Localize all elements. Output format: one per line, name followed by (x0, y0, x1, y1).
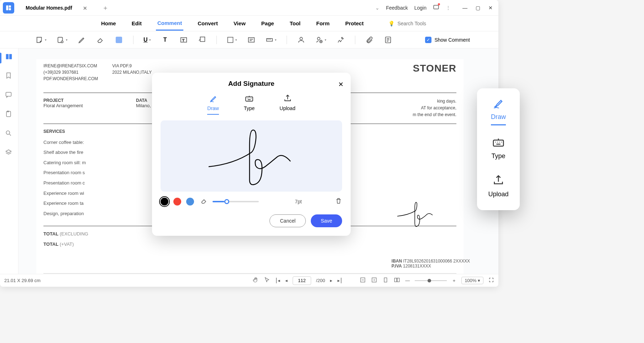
callout-tool[interactable] (198, 36, 206, 44)
stamp-person-tool[interactable] (297, 36, 305, 44)
svg-rect-26 (397, 278, 399, 282)
tab-draw[interactable]: Draw (207, 94, 219, 115)
zoom-out-icon[interactable]: — (405, 278, 410, 283)
cancel-button[interactable]: Cancel (269, 214, 306, 227)
hand-tool-icon[interactable] (252, 277, 259, 284)
page-number-input[interactable] (293, 276, 311, 285)
bookmark-icon[interactable] (5, 72, 14, 80)
document-tab[interactable]: Modular Homes.pdf ✕ (19, 2, 95, 14)
float-draw[interactable]: Draw (491, 97, 506, 125)
next-page-icon[interactable]: ▸ (330, 278, 333, 283)
close-tab-icon[interactable]: ✕ (83, 5, 88, 10)
chevron-down-icon[interactable]: ⌄ (375, 5, 379, 11)
menu-tool[interactable]: Tool (288, 17, 302, 30)
delete-icon[interactable] (335, 197, 342, 206)
svg-rect-2 (9, 8, 11, 10)
single-page-icon[interactable] (382, 277, 389, 284)
fullscreen-icon[interactable] (488, 277, 494, 284)
stamp-tool[interactable] (247, 36, 256, 44)
menu-form[interactable]: Form (315, 17, 331, 30)
menu-edit[interactable]: Edit (130, 17, 143, 30)
first-page-icon[interactable]: ⎮◂ (275, 278, 280, 283)
menu-convert[interactable]: Convert (196, 17, 219, 30)
svg-rect-27 (246, 97, 253, 101)
divider (216, 36, 217, 44)
layers-icon[interactable] (5, 149, 14, 157)
minimize-button[interactable]: — (460, 3, 470, 13)
zoom-slider[interactable] (415, 280, 447, 281)
draw-icon (492, 97, 504, 109)
tab-upload[interactable]: Upload (279, 94, 295, 115)
fit-page-icon[interactable] (371, 277, 377, 284)
signature-canvas[interactable] (161, 120, 342, 192)
two-page-icon[interactable] (394, 277, 400, 284)
new-tab-button[interactable]: ＋ (102, 4, 109, 12)
add-stamp-tool[interactable]: ▾ (315, 36, 326, 44)
menu-home[interactable]: Home (100, 17, 117, 30)
pencil-tool[interactable] (78, 36, 86, 44)
close-window-button[interactable]: ✕ (486, 3, 496, 13)
text-tool[interactable]: T (161, 36, 169, 44)
divider (355, 36, 355, 44)
feedback-link[interactable]: Feedback (386, 5, 408, 11)
svg-rect-25 (394, 278, 397, 282)
menubar: Home Edit Comment Convert View Page Tool… (0, 16, 498, 31)
total-suffix: (+VAT) (60, 241, 74, 247)
app-logo-icon (3, 2, 14, 14)
note-list-tool[interactable] (384, 36, 392, 44)
svg-rect-11 (266, 38, 272, 41)
float-upload[interactable]: Upload (488, 174, 508, 202)
menu-page[interactable]: Page (260, 17, 276, 30)
search-panel-icon[interactable] (5, 130, 14, 138)
note-tool[interactable]: ▾ (36, 36, 47, 44)
menu-comment[interactable]: Comment (156, 16, 183, 31)
divider (133, 36, 133, 44)
login-link[interactable]: Login (414, 5, 426, 11)
iban-label: IBAN (392, 259, 402, 264)
color-red[interactable] (173, 198, 181, 206)
titlebar: Modular Homes.pdf ✕ ＋ ⌄ Feedback Login ⋮… (0, 0, 498, 16)
attachment-tool[interactable] (365, 36, 374, 44)
prev-page-icon[interactable]: ◂ (285, 278, 288, 283)
eraser-tool[interactable] (96, 36, 105, 44)
textbox-tool[interactable]: T (179, 36, 188, 44)
project-label: PROJECT (43, 98, 108, 103)
color-black[interactable] (161, 198, 168, 206)
color-blue[interactable] (186, 198, 194, 206)
eraser-icon[interactable] (200, 197, 208, 206)
zoom-level[interactable]: 100% ▾ (461, 277, 483, 284)
svg-rect-0 (6, 5, 8, 10)
measure-tool[interactable]: ▾ (266, 36, 277, 44)
svg-rect-1 (9, 5, 11, 7)
fit-width-icon[interactable] (360, 277, 366, 284)
svg-point-21 (6, 131, 10, 134)
sender-phone: (+39)329 3937681 (43, 69, 98, 76)
tab-type[interactable]: Type (244, 94, 255, 115)
attachments-panel-icon[interactable] (5, 110, 14, 119)
signature-tool[interactable] (336, 36, 345, 44)
select-tool-icon[interactable] (264, 277, 270, 284)
placed-signature[interactable] (395, 198, 438, 231)
thumbnails-icon[interactable] (5, 53, 14, 61)
svg-rect-10 (248, 37, 254, 42)
shape-tool[interactable]: ▾ (227, 36, 237, 43)
zoom-in-icon[interactable]: ＋ (452, 277, 456, 284)
stroke-width-slider[interactable] (213, 201, 259, 202)
float-type[interactable]: Type (491, 136, 505, 163)
maximize-button[interactable]: ▢ (473, 3, 483, 13)
save-button[interactable]: Save (311, 214, 342, 227)
menu-view[interactable]: View (232, 17, 247, 30)
dialog-title: Add Signature (161, 80, 342, 88)
close-dialog-icon[interactable]: ✕ (338, 80, 344, 88)
more-icon[interactable]: ⋮ (446, 5, 451, 11)
highlight-color[interactable] (115, 36, 123, 44)
last-page-icon[interactable]: ▸⎮ (337, 278, 342, 283)
show-comment-checkbox[interactable]: ✓ (425, 37, 431, 43)
search-tools-input[interactable] (397, 21, 440, 26)
underline-tool[interactable]: U▾ (143, 37, 151, 43)
comment-panel-icon[interactable] (5, 91, 14, 100)
highlight-tool[interactable]: ▾ (57, 36, 68, 44)
menu-protect[interactable]: Protect (344, 17, 365, 30)
notifications-icon[interactable] (433, 4, 439, 11)
address-line1: VIA PDF.9 (112, 63, 152, 69)
